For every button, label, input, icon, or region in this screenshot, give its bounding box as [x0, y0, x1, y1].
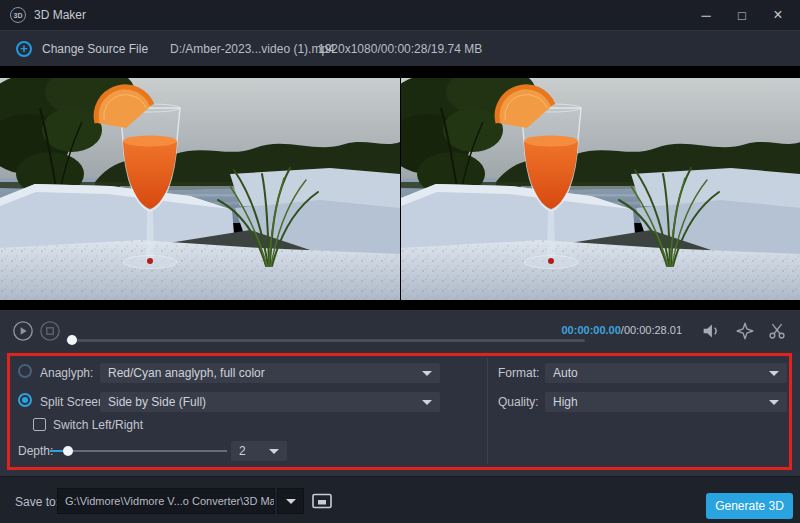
- depth-slider[interactable]: [50, 450, 227, 452]
- anaglyph-select[interactable]: Red/Cyan anaglyph, full color: [100, 363, 440, 383]
- save-path-dropdown-button[interactable]: [277, 488, 304, 514]
- playback-bar: 00:00:00.00/00:00:28.01: [0, 310, 800, 352]
- anaglyph-radio[interactable]: [18, 364, 32, 378]
- change-source-file-label: Change Source File: [42, 42, 148, 56]
- time-display: 00:00:00.00/00:00:28.01: [562, 324, 683, 336]
- split-screen-label: Split Screen:: [40, 395, 108, 409]
- volume-icon[interactable]: [700, 320, 722, 342]
- anaglyph-select-value: Red/Cyan anaglyph, full color: [108, 366, 416, 380]
- app-title: 3D Maker: [34, 8, 86, 22]
- toolbar: + Change Source File D:/Amber-2023...vid…: [0, 30, 800, 66]
- split-screen-radio[interactable]: [18, 393, 32, 407]
- file-name: D:/Amber-2023...video (1).mp4: [170, 42, 335, 56]
- close-button[interactable]: ×: [770, 6, 786, 24]
- save-path-value: G:\Vidmore\Vidmore V...o Converter\3D Ma…: [65, 495, 275, 507]
- video-preview[interactable]: [0, 66, 800, 310]
- video-frame-right: [400, 78, 800, 300]
- chevron-down-icon: [769, 371, 779, 376]
- format-label: Format:: [498, 366, 539, 380]
- settings-panel: Anaglyph: Red/Cyan anaglyph, full color …: [0, 352, 800, 476]
- bottom-bar: Save to: G:\Vidmore\Vidmore V...o Conver…: [0, 476, 800, 523]
- app-logo-icon: 3D: [10, 7, 26, 23]
- quality-select[interactable]: High: [545, 392, 787, 412]
- depth-slider-thumb[interactable]: [63, 446, 73, 456]
- app-window: 3D 3D Maker ─ □ × + Change Source File D…: [0, 0, 800, 523]
- chevron-down-icon: [422, 371, 432, 376]
- depth-label: Depth:: [18, 444, 53, 458]
- open-folder-button[interactable]: [310, 489, 334, 513]
- switch-left-right-checkbox[interactable]: [33, 418, 46, 431]
- format-select-value: Auto: [553, 366, 763, 380]
- quality-label: Quality:: [498, 395, 539, 409]
- chevron-down-icon: [422, 400, 432, 405]
- format-select[interactable]: Auto: [545, 363, 787, 383]
- depth-select-value: 2: [239, 444, 263, 458]
- quality-select-value: High: [553, 395, 763, 409]
- switch-left-right-label: Switch Left/Right: [53, 418, 143, 432]
- minimize-button[interactable]: ─: [698, 8, 714, 23]
- cut-scissors-icon[interactable]: [766, 320, 788, 342]
- play-button[interactable]: [12, 320, 34, 342]
- split-screen-select[interactable]: Side by Side (Full): [100, 392, 440, 412]
- chevron-down-icon: [769, 400, 779, 405]
- file-info: 1920x1080/00:00:28/19.74 MB: [318, 42, 482, 56]
- anaglyph-label: Anaglyph:: [40, 366, 93, 380]
- app-logo-text: 3D: [14, 12, 23, 19]
- generate-3d-button[interactable]: Generate 3D: [706, 493, 793, 519]
- window-controls: ─ □ ×: [698, 6, 800, 24]
- chevron-down-icon: [269, 449, 279, 454]
- save-to-label: Save to:: [15, 495, 59, 509]
- split-screen-select-value: Side by Side (Full): [108, 395, 416, 409]
- effect-star-icon[interactable]: [734, 320, 756, 342]
- seek-slider[interactable]: [66, 339, 585, 342]
- stop-button[interactable]: [39, 320, 61, 342]
- settings-divider: [487, 358, 488, 464]
- video-frame-left: [0, 78, 400, 300]
- depth-select[interactable]: 2: [231, 441, 287, 461]
- chevron-down-icon: [286, 499, 296, 504]
- titlebar: 3D 3D Maker ─ □ ×: [0, 0, 800, 30]
- change-source-file-button[interactable]: + Change Source File: [16, 41, 148, 57]
- current-time: 00:00:00.00: [562, 324, 621, 336]
- total-time: /00:00:28.01: [621, 324, 682, 336]
- seek-thumb[interactable]: [67, 335, 77, 345]
- add-icon: +: [16, 41, 32, 57]
- save-path-field[interactable]: G:\Vidmore\Vidmore V...o Converter\3D Ma…: [57, 488, 275, 514]
- maximize-button[interactable]: □: [734, 8, 750, 23]
